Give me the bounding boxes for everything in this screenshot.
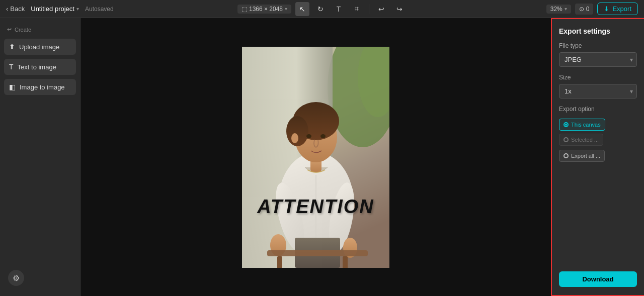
export-all-radio-icon (564, 153, 569, 158)
upload-image-icon: ⬆ (9, 43, 15, 51)
image-to-image-icon: ◧ (9, 83, 16, 91)
topbar: ‹ Back Untitled project ▾ Autosaved ⬚ 13… (0, 0, 644, 18)
sidebar-item-upload-image[interactable]: ⬆ Upload image (4, 39, 76, 55)
svg-point-14 (286, 116, 308, 146)
svg-rect-19 (277, 256, 282, 268)
export-options: Export option This canvas Selected ... E… (559, 106, 637, 162)
canvas-size-value: 1366 × 2048 (249, 6, 283, 13)
rotate-icon: ↻ (317, 5, 324, 13)
create-plus-icon: ↩ (7, 26, 12, 33)
sidebar-create-label: ↩ Create (4, 24, 76, 35)
text-tool-icon: T (337, 5, 341, 13)
topbar-center: ⬚ 1366 × 2048 ▾ ↖ ↻ T ⌗ ↩ ↪ (237, 2, 407, 16)
selected-radio-icon (564, 137, 569, 142)
rotate-tool-btn[interactable]: ↻ (313, 2, 328, 16)
cursor-icon: ↖ (299, 5, 305, 13)
svg-rect-20 (343, 256, 348, 268)
size-select-wrapper[interactable]: 1x 2x 3x 0.5x (559, 84, 637, 98)
size-label: Size (559, 74, 637, 81)
export-icon: ⬇ (604, 5, 609, 13)
this-canvas-label: This canvas (571, 122, 601, 128)
text-tool-btn[interactable]: T (332, 2, 346, 16)
download-label: Download (582, 275, 613, 283)
link-icon: ⌗ (355, 5, 359, 13)
canvas-size-chevron-icon: ▾ (285, 6, 287, 12)
export-panel-title: Export settings (559, 27, 637, 35)
size-select[interactable]: 1x 2x 3x 0.5x (559, 84, 637, 98)
selected-option-btn[interactable]: Selected ... (559, 134, 603, 146)
person-svg (242, 47, 389, 268)
size-field: Size 1x 2x 3x 0.5x (559, 74, 637, 98)
sidebar-item-text-to-image[interactable]: T Text to image (4, 59, 76, 75)
back-label: Back (10, 5, 25, 13)
notif-count: 0 (586, 6, 590, 13)
export-all-label: Export all ... (571, 153, 600, 159)
export-label: Export (612, 5, 631, 13)
svg-point-17 (291, 133, 298, 143)
canvas-image: ATTENTION (242, 47, 389, 268)
project-chevron-icon: ▾ (76, 6, 79, 12)
topbar-left: ‹ Back Untitled project ▾ Autosaved (6, 5, 114, 13)
sidebar: ↩ Create ⬆ Upload image T Text to image … (0, 18, 80, 296)
link-tool-btn[interactable]: ⌗ (350, 2, 364, 16)
notifications-btn[interactable]: ⊙ 0 (575, 4, 594, 15)
file-type-select-wrapper[interactable]: JPEG PNG WEBP PDF (559, 52, 637, 67)
autosaved-label: Autosaved (85, 6, 114, 13)
export-all-btn[interactable]: Export all ... (559, 150, 605, 162)
svg-point-15 (306, 134, 311, 138)
settings-icon: ⚙ (13, 273, 20, 283)
zoom-value: 32% (550, 6, 562, 13)
back-icon: ‹ (6, 5, 8, 13)
canvas-size-icon: ⬚ (242, 6, 247, 13)
svg-point-16 (320, 134, 326, 138)
select-tool-btn[interactable]: ↖ (295, 2, 309, 16)
redo-btn[interactable]: ↪ (392, 2, 407, 16)
text-to-image-icon: T (9, 63, 14, 71)
undo-icon: ↩ (378, 5, 384, 13)
attention-text: ATTENTION (257, 196, 374, 218)
settings-button[interactable]: ⚙ (8, 270, 24, 286)
export-panel: Export settings File type JPEG PNG WEBP … (551, 18, 644, 296)
this-canvas-option-btn[interactable]: This canvas (559, 119, 605, 131)
svg-rect-18 (267, 250, 368, 256)
redo-icon: ↪ (396, 5, 403, 13)
sidebar-bottom: ⚙ (4, 266, 76, 290)
canvas-size-btn[interactable]: ⬚ 1366 × 2048 ▾ (237, 5, 291, 14)
topbar-right: 32% ▾ ⊙ 0 ⬇ Export (546, 3, 638, 15)
zoom-chevron-icon: ▾ (565, 6, 567, 12)
export-option-label: Export option (559, 106, 637, 113)
zoom-control[interactable]: 32% ▾ (546, 5, 571, 14)
export-option-row: This canvas Selected ... (559, 119, 637, 146)
main-area: ↩ Create ⬆ Upload image T Text to image … (0, 18, 644, 296)
project-name: Untitled project (31, 5, 74, 13)
sidebar-item-text-label: Text to image (18, 63, 56, 71)
back-button[interactable]: ‹ Back (6, 5, 25, 13)
download-button[interactable]: Download (559, 271, 637, 287)
file-type-select[interactable]: JPEG PNG WEBP PDF (559, 52, 637, 67)
sidebar-item-image-to-image[interactable]: ◧ Image to image (4, 79, 76, 95)
selected-label: Selected ... (571, 137, 599, 143)
file-type-label: File type (559, 42, 637, 49)
toolbar-divider (369, 4, 369, 14)
undo-btn[interactable]: ↩ (374, 2, 388, 16)
file-type-field: File type JPEG PNG WEBP PDF (559, 42, 637, 67)
export-button[interactable]: ⬇ Export (597, 3, 638, 15)
notif-icon: ⊙ (579, 6, 584, 13)
sidebar-item-upload-label: Upload image (19, 43, 59, 51)
sidebar-item-img2img-label: Image to image (20, 83, 65, 91)
this-canvas-radio-icon (564, 122, 569, 127)
project-name-wrapper[interactable]: Untitled project ▾ (31, 5, 79, 13)
canvas-area[interactable]: ATTENTION (80, 18, 551, 296)
